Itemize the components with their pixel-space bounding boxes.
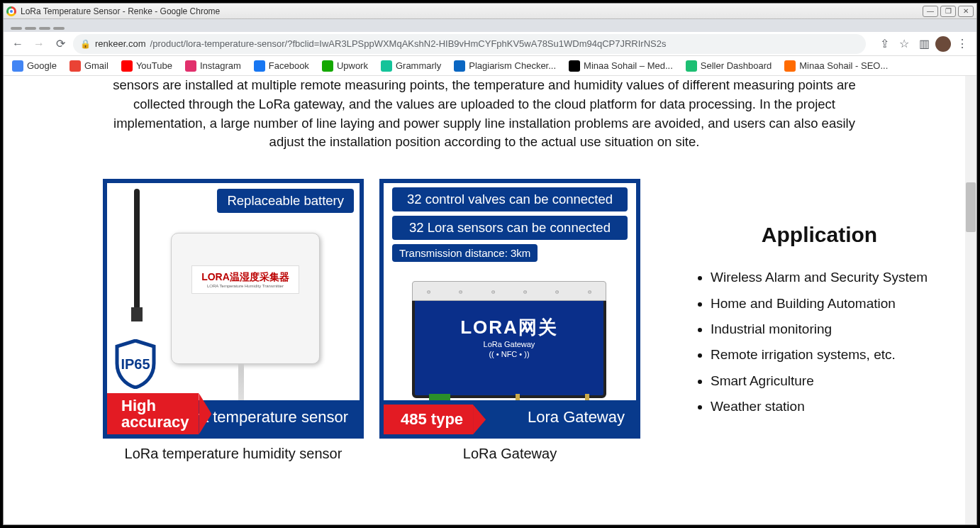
tab[interactable] xyxy=(25,27,36,30)
bookmark-item[interactable]: Grammarly xyxy=(381,60,441,72)
application-list-item: Weather station xyxy=(711,396,944,417)
url-path: /product/lora-temperature-sensor/?fbclid… xyxy=(150,38,667,49)
bookmark-item[interactable]: YouTube xyxy=(121,60,172,72)
bookmark-favicon xyxy=(686,60,697,72)
bookmark-favicon xyxy=(454,60,465,72)
ip65-shield-icon: IP65 xyxy=(114,339,157,389)
tab[interactable] xyxy=(39,27,50,30)
bookmark-favicon xyxy=(185,60,196,72)
bookmark-label: Minaa Sohail – Med... xyxy=(584,60,673,71)
badge-485-type: 485 type xyxy=(384,405,473,434)
minimize-button[interactable]: — xyxy=(923,6,938,17)
back-button[interactable]: ← xyxy=(9,35,26,53)
chrome-icon xyxy=(6,6,16,16)
svg-text:IP65: IP65 xyxy=(121,356,150,372)
address-bar[interactable]: 🔒 renkeer.com/product/lora-temperature-s… xyxy=(73,34,866,54)
share-icon[interactable]: ⇪ xyxy=(876,35,893,53)
chrome-window: LoRa Temperature Sensor - Renke - Google… xyxy=(3,3,977,525)
badge-lora-sensors: 32 Lora sensors can be connected xyxy=(391,214,629,241)
bookmark-favicon xyxy=(69,60,81,72)
reload-button[interactable]: ⟳ xyxy=(52,35,69,53)
bookmark-favicon xyxy=(569,60,580,72)
close-button[interactable]: ✕ xyxy=(958,6,974,17)
lock-icon: 🔒 xyxy=(80,39,91,49)
application-list-item: Industrial monitoring xyxy=(711,319,944,340)
bookmark-label: Grammarly xyxy=(396,60,441,71)
bookmark-favicon xyxy=(12,60,23,72)
gateway-ports: ◎◎◎◎◎◎ xyxy=(412,281,606,301)
bookmark-favicon xyxy=(381,60,392,72)
badge-high-accuracy: Highaccuracy xyxy=(107,393,199,434)
titlebar: LoRa Temperature Sensor - Renke - Google… xyxy=(4,4,976,19)
sensor-device: LORA温湿度采集器 LORA Temperature Humidity Tra… xyxy=(171,233,320,364)
bookmark-label: Instagram xyxy=(200,60,241,71)
tab-strip[interactable] xyxy=(4,19,976,32)
gateway-sub: LoRa Gateway xyxy=(415,340,603,348)
badge-control-valves: 32 control valves can be connected xyxy=(391,186,629,213)
bookmark-item[interactable]: Gmail xyxy=(69,60,108,72)
bookmark-label: Google xyxy=(27,60,57,71)
bookmark-item[interactable]: Minaa Sohail - SEO... xyxy=(784,60,888,72)
product-caption: LoRa Gateway xyxy=(463,446,557,462)
profile-avatar[interactable] xyxy=(935,36,951,52)
bookmark-item[interactable]: Facebook xyxy=(254,60,309,72)
bookmark-label: Facebook xyxy=(269,60,309,71)
badge-distance: Transmission distance: 3km xyxy=(391,243,539,263)
bookmark-item[interactable]: Minaa Sohail – Med... xyxy=(569,60,673,72)
application-list-item: Wireless Alarm and Security System xyxy=(711,267,944,288)
bookmark-label: Gmail xyxy=(84,60,108,71)
gateway-device: ◎◎◎◎◎◎ LORA网关 LoRa Gateway (( • NFC • )) xyxy=(412,281,606,398)
product-card-sensor: Replaceable battery LORA温湿度采集器 LORA Temp… xyxy=(103,179,364,462)
device-label-zh: LORA温湿度采集器 xyxy=(201,271,289,284)
bookmark-item[interactable]: Plagiarism Checker... xyxy=(454,60,556,72)
bookmark-label: Minaa Sohail - SEO... xyxy=(799,60,888,71)
forward-button[interactable]: → xyxy=(30,35,48,53)
chrome-menu-icon[interactable]: ⋮ xyxy=(954,35,971,53)
bookmark-star-icon[interactable]: ☆ xyxy=(896,35,913,53)
application-section: Application Wireless Alarm and Security … xyxy=(656,179,951,462)
badge-replaceable-battery: Replaceable battery xyxy=(216,187,355,214)
bookmark-favicon xyxy=(121,60,133,72)
nav-bar: ← → ⟳ 🔒 renkeer.com/product/lora-tempera… xyxy=(4,32,976,56)
bookmark-label: YouTube xyxy=(136,60,172,71)
device-label-en: LORA Temperature Humidity Transmitter xyxy=(207,284,284,288)
bookmark-label: Upwork xyxy=(337,60,368,71)
bookmark-favicon xyxy=(254,60,265,72)
application-list-item: Home and Building Automation xyxy=(711,293,944,314)
antenna-joint xyxy=(131,307,143,321)
product-card-gateway: 32 control valves can be connected 32 Lo… xyxy=(379,179,640,462)
bookmark-label: Plagiarism Checker... xyxy=(469,60,556,71)
antenna xyxy=(134,189,140,309)
gateway-title: LORA网关 xyxy=(415,315,603,340)
maximize-button[interactable]: ❐ xyxy=(940,6,956,17)
viewport: sensors are installed at multiple remote… xyxy=(4,76,976,524)
application-list-item: Smart Agriculture xyxy=(711,370,944,392)
bookmark-item[interactable]: Google xyxy=(12,60,57,72)
bookmark-favicon xyxy=(322,60,333,72)
sidepanel-icon[interactable]: ▥ xyxy=(915,35,932,53)
application-list-item: Remote irrigation systems, etc. xyxy=(711,344,944,365)
bookmark-item[interactable]: Instagram xyxy=(185,60,241,72)
window-title: LoRa Temperature Sensor - Renke - Google… xyxy=(21,6,220,16)
application-list: Wireless Alarm and Security SystemHome a… xyxy=(695,267,944,417)
application-heading: Application xyxy=(695,223,944,247)
tab[interactable] xyxy=(53,27,65,30)
scrollbar-track[interactable] xyxy=(965,76,976,524)
bookmark-favicon xyxy=(784,60,796,72)
product-caption: LoRa temperature humidity sensor xyxy=(125,446,343,462)
bookmarks-bar: GoogleGmailYouTubeInstagramFacebookUpwor… xyxy=(4,56,976,76)
bookmark-item[interactable]: Seller Dashboard xyxy=(686,60,772,72)
intro-paragraph: sensors are installed at multiple remote… xyxy=(18,76,951,152)
bookmark-label: Seller Dashboard xyxy=(701,60,772,71)
bookmark-item[interactable]: Upwork xyxy=(322,60,368,72)
url-domain: renkeer.com xyxy=(95,38,146,49)
gateway-nfc: (( • NFC • )) xyxy=(415,350,603,358)
scrollbar-thumb[interactable] xyxy=(966,182,976,232)
tab[interactable] xyxy=(11,27,22,30)
